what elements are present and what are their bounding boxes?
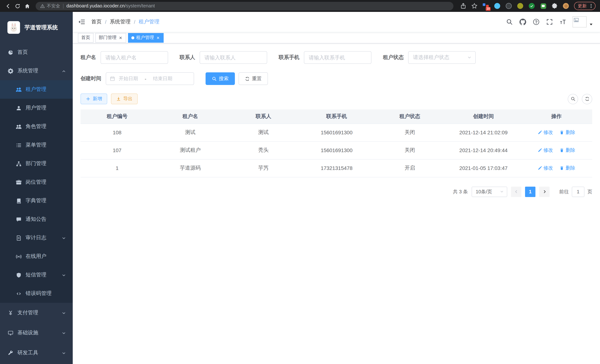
- refresh-icon: [245, 76, 250, 81]
- next-page-button[interactable]: [539, 187, 550, 197]
- sidebar-item-tenant[interactable]: 租户管理: [0, 80, 73, 99]
- system-submenu: 租户管理 用户管理 角色管理 菜单管理 部门管理: [0, 80, 73, 303]
- tab-tenant[interactable]: 租户管理: [128, 33, 164, 42]
- extensions-puzzle-icon[interactable]: [551, 3, 558, 9]
- current-page-button[interactable]: 1: [525, 187, 535, 197]
- sidebar-item-online-user[interactable]: 在线用户: [0, 247, 73, 266]
- address-bar-divider: [63, 3, 64, 8]
- browser-reload-button[interactable]: [13, 1, 22, 11]
- sidebar-item-error-code[interactable]: 错误码管理: [0, 284, 73, 303]
- delete-button[interactable]: 删除: [560, 165, 575, 171]
- browser-update-button[interactable]: 更新: [574, 2, 596, 10]
- header-search-icon[interactable]: [506, 18, 513, 25]
- tenant-status-label: 租户状态: [383, 54, 404, 61]
- date-range-separator: -: [142, 76, 149, 82]
- document-icon: [16, 235, 21, 241]
- user-avatar-menu[interactable]: [572, 16, 593, 28]
- close-tab-icon[interactable]: [118, 36, 123, 40]
- github-icon[interactable]: [519, 18, 526, 25]
- bookmark-star-icon[interactable]: [471, 3, 478, 9]
- extension-check-icon[interactable]: [528, 3, 535, 9]
- pagination: 共 3 条 10条/页 1 前往 页: [81, 187, 592, 197]
- table-header-row: 租户编号 租户名 联系人 联系手机 租户状态 创建时间 操作: [81, 110, 592, 123]
- sidebar-item-notice[interactable]: 通知公告: [0, 210, 73, 229]
- close-tab-icon[interactable]: [156, 36, 160, 40]
- app-logo[interactable]: 芋道管理系统: [0, 12, 73, 43]
- profile-avatar-icon[interactable]: [562, 3, 569, 9]
- add-button[interactable]: 新增: [81, 93, 107, 104]
- sidebar-item-dict[interactable]: 字典管理: [0, 191, 73, 210]
- sidebar-bottom-sections: 支付管理 基础设施 研发工具: [0, 303, 73, 363]
- extension-blocker-icon[interactable]: 10: [482, 3, 489, 9]
- sidebar-item-sms[interactable]: 短信管理: [0, 266, 73, 284]
- extension-globe-icon[interactable]: [505, 3, 512, 9]
- create-time-range-picker[interactable]: 开始日期 - 结束日期: [106, 72, 194, 85]
- sidebar-item-role[interactable]: 角色管理: [0, 117, 73, 136]
- book-icon: [16, 198, 21, 204]
- sidebar-item-post[interactable]: 岗位管理: [0, 173, 73, 191]
- breadcrumb-separator: /: [105, 19, 106, 25]
- help-icon[interactable]: [533, 18, 540, 25]
- breadcrumb-home[interactable]: 首页: [91, 19, 102, 25]
- org-tree-icon: [16, 161, 21, 167]
- delete-button[interactable]: 删除: [560, 147, 575, 154]
- sidebar-item-home[interactable]: 首页: [0, 43, 73, 62]
- export-button[interactable]: 导出: [111, 93, 138, 104]
- extension-drop-icon[interactable]: [494, 3, 501, 9]
- dashboard-icon: [7, 49, 13, 55]
- edit-button[interactable]: 修改: [537, 147, 553, 154]
- search-button[interactable]: 搜索: [206, 72, 235, 85]
- tenant-name-input[interactable]: [101, 51, 168, 64]
- chevron-up-icon: [62, 69, 66, 73]
- chevron-down-icon: [62, 273, 66, 277]
- goto-page-input[interactable]: [572, 187, 584, 197]
- contact-phone-input[interactable]: [304, 51, 371, 64]
- extension-olive-icon[interactable]: [517, 3, 524, 9]
- toggle-search-button[interactable]: [568, 94, 578, 104]
- font-size-icon[interactable]: [559, 18, 566, 25]
- sidebar-item-audit-log[interactable]: 审计日志: [0, 229, 73, 247]
- cell-created: 2021-01-05 17:03:47: [446, 159, 521, 177]
- edit-button[interactable]: 修改: [537, 129, 553, 136]
- address-bar[interactable]: 不安全 dashboard.yudao.iocoder.cn/system/te…: [36, 2, 453, 10]
- prev-page-button[interactable]: [511, 187, 521, 197]
- edit-button[interactable]: 修改: [537, 165, 553, 171]
- cell-tenant-id: 108: [81, 123, 154, 141]
- cell-tenant-id: 1: [81, 159, 154, 177]
- active-tab-dot: [131, 36, 134, 39]
- browser-home-button[interactable]: [22, 1, 32, 11]
- update-label: 更新: [578, 3, 587, 9]
- caret-down-icon: [589, 22, 593, 27]
- fullscreen-icon[interactable]: [546, 18, 553, 25]
- column-header: 联系人: [227, 110, 300, 123]
- sidebar-item-dept[interactable]: 部门管理: [0, 154, 73, 173]
- cell-tenant-name: 芋道源码: [154, 159, 227, 177]
- sidebar-item-system[interactable]: 系统管理: [0, 62, 73, 80]
- tenant-status-select[interactable]: 请选择租户状态: [408, 51, 476, 64]
- share-icon[interactable]: [460, 3, 466, 9]
- breadcrumb-system[interactable]: 系统管理: [110, 19, 131, 25]
- pagination-goto: 前往 页: [559, 187, 592, 197]
- browser-back-button[interactable]: [3, 1, 13, 11]
- tab-home[interactable]: 首页: [78, 33, 94, 42]
- screen: 不安全 dashboard.yudao.iocoder.cn/system/te…: [0, 0, 600, 364]
- reset-button[interactable]: 重置: [239, 72, 268, 85]
- page-size-select[interactable]: 10条/页: [472, 187, 507, 197]
- cell-actions: 修改 删除: [521, 123, 592, 141]
- tab-dept[interactable]: 部门管理: [95, 33, 126, 42]
- extension-chat-icon[interactable]: [540, 3, 547, 9]
- delete-button[interactable]: 删除: [560, 129, 575, 136]
- sidebar-item-user[interactable]: 用户管理: [0, 99, 73, 117]
- sidebar-item-menu[interactable]: 菜单管理: [0, 136, 73, 154]
- sidebar-collapse-button[interactable]: [78, 18, 85, 26]
- breadcrumb: 首页 / 系统管理 / 租户管理: [91, 19, 159, 25]
- contact-phone-label: 联系手机: [279, 54, 300, 61]
- sidebar-item-payment[interactable]: 支付管理: [0, 303, 73, 323]
- chevron-right-icon: [542, 190, 546, 194]
- sidebar-item-dev-tools[interactable]: 研发工具: [0, 343, 73, 363]
- monitor-icon: [7, 330, 13, 336]
- refresh-table-button[interactable]: [582, 94, 592, 104]
- cell-tenant-name: 测试租户: [154, 141, 227, 159]
- sidebar-item-infra[interactable]: 基础设施: [0, 323, 73, 343]
- contact-input[interactable]: [200, 51, 267, 64]
